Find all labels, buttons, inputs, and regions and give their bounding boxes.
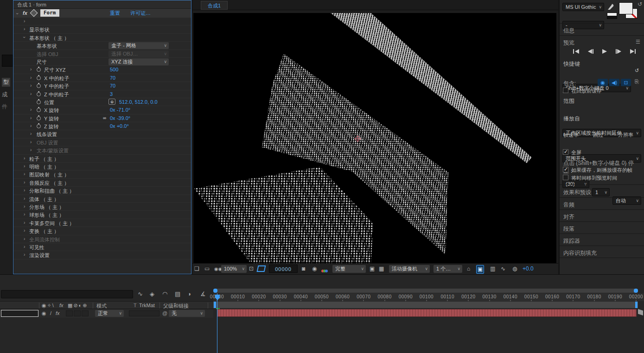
previous-frame-button[interactable] bbox=[587, 49, 594, 54]
resolution-select[interactable]: 完整 bbox=[332, 265, 366, 273]
include-overlays-region-icon[interactable]: ⊡ bbox=[621, 79, 631, 86]
layer-quality-icon[interactable]: / bbox=[50, 310, 51, 316]
effect-property-row[interactable]: ›球形场 （ 主 ） bbox=[13, 211, 191, 219]
effect-property-dropdown[interactable]: 盒子 - 网格 bbox=[108, 42, 169, 49]
layer-row[interactable]: ◉ / fx 正常 @ 无 bbox=[0, 309, 213, 318]
effect-property-row[interactable]: ›明暗 （ 主 ） bbox=[13, 163, 191, 170]
effect-property-row[interactable]: ›线条设置 bbox=[13, 130, 191, 138]
stopwatch-icon[interactable] bbox=[37, 76, 41, 80]
time-ruler[interactable]: 0000000010000200003000040000500006000070… bbox=[213, 293, 644, 301]
frame-blending-icon[interactable]: ▤ bbox=[175, 290, 180, 297]
effect-property-row[interactable]: ›分形场 （ 主 ） bbox=[13, 203, 191, 211]
effect-property-row[interactable]: ›X 中的粒子70 bbox=[13, 74, 191, 82]
expander-icon[interactable]: › bbox=[24, 244, 25, 249]
effect-property-value[interactable]: 500 bbox=[110, 67, 118, 72]
parent-select[interactable]: 无 bbox=[169, 310, 205, 317]
layer-video-eye-icon[interactable]: ◉ bbox=[42, 310, 46, 316]
layer-duration-bar[interactable] bbox=[217, 309, 637, 317]
draft-3d-icon[interactable]: ◈ bbox=[150, 290, 154, 297]
expander-icon[interactable]: › bbox=[30, 115, 32, 120]
cache-before-playback-checkbox[interactable] bbox=[563, 88, 568, 93]
effect-controls-header[interactable]: 合成 1 · form bbox=[13, 0, 191, 9]
effect-property-row[interactable]: ›可见性 bbox=[13, 243, 191, 251]
effect-name-chip[interactable]: Form bbox=[40, 9, 59, 17]
effect-property-row[interactable]: ›图层映射 （ 主 ） bbox=[13, 170, 191, 178]
effect-property-value[interactable]: 512.0, 512.0, 0.0 bbox=[119, 99, 158, 105]
trkmat-cell[interactable] bbox=[129, 310, 159, 316]
expander-icon[interactable]: › bbox=[24, 171, 25, 176]
expander-icon[interactable]: › bbox=[24, 180, 25, 185]
stopwatch-icon[interactable] bbox=[37, 124, 41, 128]
include-video-eye-icon[interactable]: ◉ bbox=[598, 79, 608, 86]
panel-header-info[interactable]: 信息 bbox=[563, 27, 574, 35]
target-region-icon[interactable]: ▣ bbox=[370, 265, 375, 273]
move-time-checkbox[interactable] bbox=[563, 175, 568, 180]
stopwatch-icon[interactable] bbox=[37, 92, 41, 96]
expander-icon[interactable]: › bbox=[24, 26, 25, 32]
black-white-swatch[interactable] bbox=[607, 13, 617, 19]
show-snapshot-icon[interactable]: ◉ bbox=[312, 265, 317, 273]
expander-icon[interactable]: › bbox=[13, 13, 22, 14]
effect-property-row[interactable]: ›音频反应 （ 主 ） bbox=[13, 179, 191, 187]
fullscreen-checkbox[interactable] bbox=[563, 149, 568, 155]
stopwatch-icon[interactable] bbox=[37, 108, 41, 112]
play-cached-checkbox[interactable] bbox=[563, 167, 568, 172]
view-layout-select[interactable]: 1 个… bbox=[434, 265, 462, 273]
work-area-start-handle[interactable] bbox=[214, 302, 216, 308]
skip-select[interactable]: 1 bbox=[592, 188, 610, 196]
region-of-interest-icon[interactable] bbox=[257, 265, 266, 272]
timeline-navigator[interactable] bbox=[213, 289, 638, 293]
motion-blur-icon[interactable]: ◑ bbox=[187, 290, 191, 297]
reset-shortcut-icon[interactable]: ↺ bbox=[635, 68, 639, 74]
fast-previews-icon[interactable]: ◍ bbox=[512, 265, 517, 273]
expression-link-icon[interactable]: ∞ bbox=[103, 115, 106, 120]
effect-property-row[interactable]: ›基本形状 （ 主 ） bbox=[13, 34, 191, 42]
effect-property-row[interactable]: ›流体 （ 主 ） bbox=[13, 195, 191, 203]
timecode-display[interactable]: 00000 bbox=[269, 265, 298, 273]
last-frame-button[interactable] bbox=[630, 49, 636, 54]
flowchart-icon[interactable]: ∿ bbox=[501, 265, 505, 273]
panel-header-audio[interactable]: 音频 bbox=[563, 201, 574, 209]
panel-header-paragraph[interactable]: 段落 bbox=[563, 225, 574, 233]
effect-property-row[interactable]: ›OBJ 设置 bbox=[13, 139, 191, 146]
clipped-search-field[interactable] bbox=[2, 55, 13, 67]
expander-icon[interactable]: › bbox=[24, 164, 25, 169]
parent-link-column-header[interactable]: 父级和链接 bbox=[163, 303, 189, 309]
composition-viewport[interactable] bbox=[193, 13, 556, 263]
snapshot-camera-icon[interactable]: ◙ bbox=[302, 265, 305, 273]
export-icon[interactable]: ⎘ bbox=[635, 79, 639, 85]
expander-icon[interactable]: › bbox=[30, 123, 32, 128]
effect-property-value[interactable]: 0x +0.0° bbox=[110, 123, 129, 129]
effect-property-dropdown[interactable]: 选择 OBJ… bbox=[108, 50, 169, 57]
play-button[interactable] bbox=[602, 49, 607, 54]
next-frame-button[interactable] bbox=[615, 49, 622, 54]
navigator-end-cap[interactable] bbox=[634, 289, 638, 293]
effect-property-row[interactable]: › bbox=[13, 18, 191, 25]
effect-property-row[interactable]: ›Y 旋转∞0x -39.0° bbox=[13, 114, 191, 122]
reset-colors-icon[interactable]: ↺ bbox=[638, 1, 642, 7]
expander-icon[interactable]: › bbox=[22, 37, 27, 38]
effect-property-value[interactable]: 0x -39.0° bbox=[110, 115, 130, 121]
show-channel-icon[interactable] bbox=[321, 267, 327, 275]
panel-menu-icon[interactable]: ☰ bbox=[636, 39, 640, 45]
effect-property-row[interactable]: ›Y 中的粒子70 bbox=[13, 82, 191, 90]
effect-property-value[interactable]: 3 bbox=[110, 91, 113, 97]
stopwatch-icon[interactable] bbox=[37, 68, 41, 72]
expander-icon[interactable]: › bbox=[24, 19, 25, 24]
comp-marker-bin-icon[interactable] bbox=[638, 309, 643, 315]
choke-marquee-icon[interactable]: ⊡ bbox=[249, 265, 254, 273]
expander-icon[interactable]: › bbox=[24, 156, 25, 161]
effect-form-row[interactable]: › fx Form 重置 许可证… bbox=[13, 9, 191, 18]
shy-layers-icon[interactable]: ◠ bbox=[162, 290, 167, 297]
effect-property-row[interactable]: ›卡莱多空间 （ 主 ） bbox=[13, 219, 191, 227]
graph-editor-icon[interactable]: ∡ bbox=[200, 290, 206, 297]
effect-property-row[interactable]: ›X 旋转0x -71.0° bbox=[13, 106, 191, 114]
anchor-point-crosshair-icon[interactable] bbox=[355, 136, 360, 141]
effect-property-value[interactable]: 70 bbox=[110, 83, 115, 88]
timeline-search-input[interactable] bbox=[1, 290, 133, 298]
expander-icon[interactable]: › bbox=[30, 75, 32, 80]
layer-fx-icon[interactable]: fx bbox=[56, 310, 60, 316]
effect-property-value[interactable]: 0x -71.0° bbox=[110, 107, 130, 113]
stopwatch-icon[interactable] bbox=[37, 116, 41, 120]
expander-icon[interactable]: › bbox=[24, 188, 25, 193]
